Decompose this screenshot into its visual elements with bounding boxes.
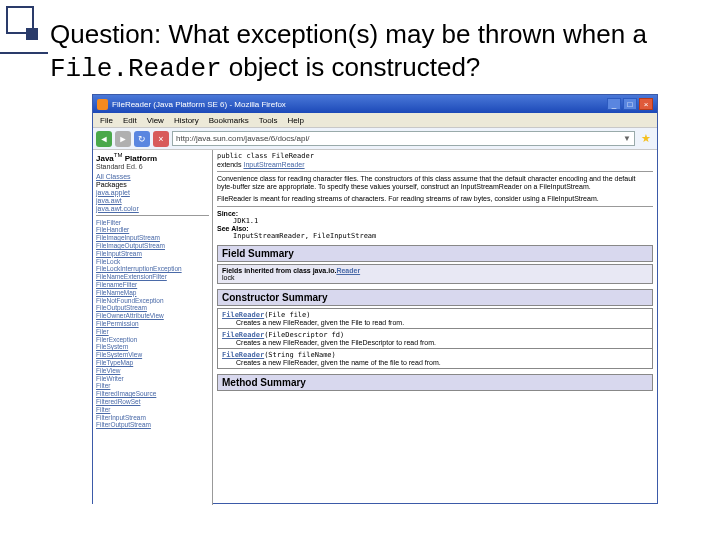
constructor-row: FileReader(FileDescriptor fd) Creates a … [218, 328, 652, 348]
class-link[interactable]: FilteredImageSource [96, 390, 209, 398]
class-link[interactable]: FileImageOutputStream [96, 242, 209, 250]
sidebar-divider [96, 215, 209, 216]
class-link[interactable]: FilenameFilter [96, 281, 209, 289]
gutter-line [0, 52, 48, 54]
url-dropdown-icon[interactable]: ▼ [623, 134, 631, 143]
question-text-post: object is constructed? [222, 52, 481, 82]
menubar: File Edit View History Bookmarks Tools H… [93, 113, 657, 128]
class-link[interactable]: FileInputStream [96, 250, 209, 258]
question-text-pre: Question: What exception(s) may be throw… [50, 19, 647, 49]
menu-bookmarks[interactable]: Bookmarks [204, 116, 254, 125]
constructor-summary-heading: Constructor Summary [217, 289, 653, 306]
maximize-button[interactable]: □ [623, 98, 637, 110]
menu-tools[interactable]: Tools [254, 116, 283, 125]
titlebar: FileReader (Java Platform SE 6) - Mozill… [93, 95, 657, 113]
class-list: FileFilterFileHandlerFileImageInputStrea… [96, 219, 209, 430]
class-link[interactable]: FileSystemView [96, 351, 209, 359]
ctor-link[interactable]: FileReader [222, 331, 264, 339]
platform-title: JavaTM Platform [96, 152, 209, 163]
constructor-table: FileReader(File file) Creates a new File… [217, 308, 653, 369]
menu-view[interactable]: View [142, 116, 169, 125]
class-description-1: Convenience class for reading character … [217, 175, 653, 192]
class-link[interactable]: FileWriter [96, 375, 209, 383]
menu-file[interactable]: File [95, 116, 118, 125]
class-declaration: public class FileReader [217, 152, 653, 160]
browser-window: FileReader (Java Platform SE 6) - Mozill… [92, 94, 658, 504]
menu-history[interactable]: History [169, 116, 204, 125]
class-link[interactable]: FileNameExtensionFilter [96, 273, 209, 281]
pkg-link[interactable]: java.awt [96, 197, 209, 204]
class-link[interactable]: FileView [96, 367, 209, 375]
javadoc-main: public class FileReader extends InputStr… [213, 150, 657, 505]
class-link[interactable]: FileNameMap [96, 289, 209, 297]
class-link[interactable]: FilterInputStream [96, 414, 209, 422]
pkg-link[interactable]: java.awt.color [96, 205, 209, 212]
see-label-text: See Also: [217, 225, 249, 232]
back-button[interactable]: ◄ [96, 131, 112, 147]
field-summary-heading: Field Summary [217, 245, 653, 262]
see-also-value: InputStreamReader, FileInputStream [233, 232, 653, 240]
divider [217, 171, 653, 172]
reload-button[interactable]: ↻ [134, 131, 150, 147]
class-link[interactable]: FileLock [96, 258, 209, 266]
platform-pre: Java [96, 154, 114, 163]
since-label: Since: [217, 210, 653, 217]
see-also-links[interactable]: InputStreamReader, FileInputStream [233, 232, 376, 240]
ctor-desc: Creates a new FileReader, given the name… [236, 359, 648, 366]
packages-heading: Packages [96, 181, 209, 188]
ctor-args: (FileDescriptor fd) [264, 331, 344, 339]
bookmark-star-icon[interactable]: ★ [638, 131, 654, 147]
stop-button[interactable]: × [153, 131, 169, 147]
pkg-link[interactable]: java.applet [96, 189, 209, 196]
class-link[interactable]: FileOutputStream [96, 304, 209, 312]
class-link[interactable]: FileImageInputStream [96, 234, 209, 242]
class-description-2: FileReader is meant for reading streams … [217, 195, 653, 203]
inherit-pre: Fields inherited from class java.io. [222, 267, 336, 274]
class-link[interactable]: Filter [96, 382, 209, 390]
ctor-desc: Creates a new FileReader, given the File… [236, 339, 648, 346]
square-icon-small [26, 28, 38, 40]
class-link[interactable]: FileOwnerAttributeView [96, 312, 209, 320]
content-frame: JavaTM Platform Standard Ed. 6 All Class… [93, 150, 657, 505]
class-link[interactable]: FilteredRowSet [96, 398, 209, 406]
platform-post: Platform [122, 154, 157, 163]
class-link[interactable]: FileHandler [96, 226, 209, 234]
extends-link[interactable]: InputStreamReader [243, 161, 304, 168]
ctor-desc: Creates a new FileReader, given the File… [236, 319, 648, 326]
menu-edit[interactable]: Edit [118, 116, 142, 125]
see-also-label: See Also: [217, 225, 653, 232]
constructor-row: FileReader(String fileName) Creates a ne… [218, 348, 652, 368]
class-link[interactable]: FileTypeMap [96, 359, 209, 367]
platform-subtitle: Standard Ed. 6 [96, 163, 209, 170]
class-link[interactable]: FileNotFoundException [96, 297, 209, 305]
close-button[interactable]: × [639, 98, 653, 110]
toolbar: ◄ ► ↻ × http://java.sun.com/javase/6/doc… [93, 128, 657, 150]
url-text: http://java.sun.com/javase/6/docs/api/ [176, 134, 309, 143]
class-link[interactable]: FilterOutputStream [96, 421, 209, 429]
ctor-link[interactable]: FileReader [222, 311, 264, 319]
class-link[interactable]: FilePermission [96, 320, 209, 328]
class-link[interactable]: FilerException [96, 336, 209, 344]
ctor-link[interactable]: FileReader [222, 351, 264, 359]
class-link[interactable]: Filter [96, 406, 209, 414]
since-label-text: Since: [217, 210, 238, 217]
window-title: FileReader (Java Platform SE 6) - Mozill… [112, 100, 607, 109]
forward-button[interactable]: ► [115, 131, 131, 147]
firefox-icon [97, 99, 108, 110]
class-link[interactable]: FileLockInterruptionException [96, 265, 209, 273]
inherit-link[interactable]: Reader [336, 267, 360, 274]
all-classes-link[interactable]: All Classes [96, 173, 209, 180]
sidebar: JavaTM Platform Standard Ed. 6 All Class… [93, 150, 213, 505]
inherited-fields-box: Fields inherited from class java.io.Read… [217, 264, 653, 284]
minimize-button[interactable]: _ [607, 98, 621, 110]
menu-help[interactable]: Help [282, 116, 308, 125]
class-link[interactable]: FileFilter [96, 219, 209, 227]
url-input[interactable]: http://java.sun.com/javase/6/docs/api/ ▼ [172, 131, 635, 146]
slide-question: Question: What exception(s) may be throw… [50, 18, 690, 85]
ctor-args: (File file) [264, 311, 310, 319]
class-link[interactable]: Filer [96, 328, 209, 336]
divider [217, 206, 653, 207]
question-code: File.Reader [50, 54, 222, 84]
extends-pre: extends [217, 161, 243, 168]
class-link[interactable]: FileSystem [96, 343, 209, 351]
